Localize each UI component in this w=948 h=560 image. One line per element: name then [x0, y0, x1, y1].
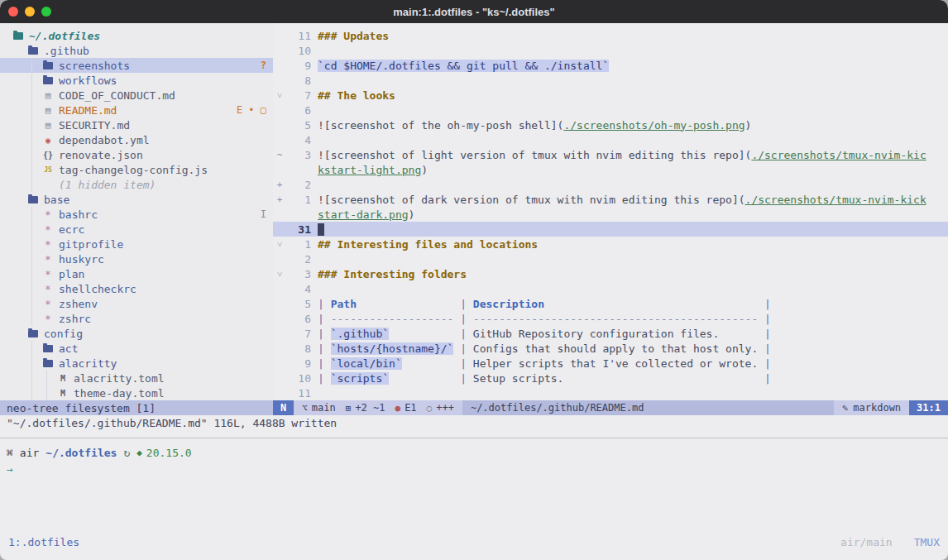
tree-item-config[interactable]: config [0, 326, 273, 341]
doc-file-icon: ▤ [41, 105, 55, 116]
editor-line[interactable]: +2 [273, 177, 948, 192]
tree-item-alacritty[interactable]: alacritty [0, 356, 273, 371]
tree-item-label: ecrc [59, 223, 84, 236]
editor-line[interactable]: 9`cd $HOME/.dotfiles && git pull && ./in… [273, 58, 948, 73]
line-number: 7 [286, 89, 311, 102]
text-segment-txt: Setup scripts. [473, 372, 764, 385]
editor-line[interactable]: 9| `local/bin` | Helper scripts that I'v… [273, 356, 948, 371]
text-segment-pipe: | [318, 342, 331, 355]
line-text: ## The looks [318, 89, 395, 102]
editor-line[interactable]: 2 [273, 251, 948, 266]
text-segment-txt: GitHub Repository configuration files. [473, 328, 764, 340]
line-text: `cd $HOME/.dotfiles && git pull && ./ins… [318, 60, 609, 72]
editor-line[interactable]: 4 [273, 281, 948, 296]
text-segment-code: `.github` [331, 328, 389, 340]
editor-line[interactable]: kstart-light.png) [273, 162, 948, 177]
shell-pane[interactable]: ⌘ air ~/.dotfiles ↻ ◆ 20.15.0 → [0, 438, 948, 534]
editor-line[interactable]: 6 [273, 103, 948, 117]
zoom-window-button[interactable] [41, 7, 51, 17]
dotted-circle-icon: ◌ [427, 403, 433, 414]
fold-marker[interactable]: ˅ [273, 269, 286, 280]
line-text: | `.github` | GitHub Repository configur… [318, 328, 771, 340]
tree-item-screenshots[interactable]: screenshots? [0, 58, 273, 73]
terminal-window: main:1:.dotfiles - "ks~/.dotfiles" ~/.do… [0, 0, 948, 560]
editor-line[interactable]: ˅3### Interesting folders [273, 266, 948, 281]
line-number: 9 [286, 60, 311, 72]
tree-item-base[interactable]: base [0, 192, 273, 207]
line-text: | `local/bin` | Helper scripts that I've… [318, 357, 771, 370]
editor-line[interactable]: 7| `.github` | GitHub Repository configu… [273, 326, 948, 341]
minimize-window-button[interactable] [25, 7, 35, 17]
tree-item-label: dependabot.yml [59, 134, 150, 146]
indent-guide [26, 177, 41, 192]
node-version-text: 20.15.0 [146, 447, 192, 459]
close-window-button[interactable] [8, 7, 18, 17]
git-status-icon: ↻ [123, 447, 130, 459]
tree-item-shellcheckrc[interactable]: *shellcheckrc [0, 281, 273, 296]
tree-item-plan[interactable]: *plan [0, 266, 273, 281]
tree-item-readme-md[interactable]: ▤README.mdE • ▢ [0, 103, 273, 117]
tree-item-ecrc[interactable]: *ecrc [0, 222, 273, 237]
tree-item-code-of-conduct-md[interactable]: ▤CODE_OF_CONDUCT.md [0, 88, 273, 103]
editor-line[interactable]: 10| `scripts` | Setup scripts. | [273, 371, 948, 385]
tree-item-dependabot-yml[interactable]: ◉dependabot.yml [0, 132, 273, 147]
editor-line[interactable]: 11### Updates [273, 28, 948, 43]
indent-guide [26, 103, 41, 117]
editor-line[interactable]: 5![screenshot of the oh-my-posh shell](.… [273, 117, 948, 132]
tree-item-gitprofile[interactable]: *gitprofile [0, 237, 273, 251]
fold-marker[interactable]: + [273, 194, 286, 205]
indent [12, 147, 26, 162]
editor-line[interactable]: 4 [273, 132, 948, 147]
editor-line[interactable]: 5| Path | Description | [273, 296, 948, 311]
indent-guide [26, 162, 41, 177]
tree-item-security-md[interactable]: ▤SECURITY.md [0, 117, 273, 132]
tree-item-zshenv[interactable]: *zshenv [0, 296, 273, 311]
editor-line[interactable]: start-dark.png) [273, 207, 948, 222]
tree-item-label: theme-day.toml [74, 387, 165, 400]
indent [12, 177, 26, 192]
editor-line[interactable]: 10 [273, 43, 948, 58]
fold-marker[interactable]: ~ [273, 150, 286, 160]
tree-item-alacritty-toml[interactable]: Malacritty.toml [0, 371, 273, 385]
editor-line[interactable]: ~3![screenshot of light version of tmux … [273, 147, 948, 162]
git-diff-counts: +2 ~1 [355, 402, 385, 414]
shell-input-line[interactable]: → [7, 462, 941, 476]
tree-item-github[interactable]: .github [0, 43, 273, 58]
fold-marker[interactable]: ˅ [273, 239, 286, 250]
editor-line[interactable]: ˅7## The looks [273, 88, 948, 103]
tree-item-dotfiles[interactable]: ~/.dotfiles [0, 28, 273, 43]
nvim-cmdline[interactable]: "~/.dotfiles/.github/README.md" 116L, 44… [0, 415, 948, 430]
text-segment-pipe: | [318, 313, 331, 325]
line-number: 6 [286, 313, 311, 325]
text-segment-th: Path [331, 298, 357, 310]
tree-item-act[interactable]: act [0, 341, 273, 356]
m-file-icon: M [56, 389, 69, 398]
editor-buffer[interactable]: 11### Updates109`cd $HOME/.dotfiles && g… [273, 23, 948, 400]
tree-item-label: README.md [59, 104, 117, 117]
tmux-window-item[interactable]: 1:.dotfiles [8, 536, 79, 548]
line-text: ![screenshot of the oh-my-posh shell](./… [318, 119, 751, 132]
tree-item-tag-changelog-config-js[interactable]: JStag-changelog-config.js [0, 162, 273, 177]
fold-marker[interactable]: ˅ [273, 90, 286, 101]
neotree-statusline: neo-tree filesystem [1] [0, 400, 273, 415]
editor-line[interactable]: ˅1## Interesting files and locations [273, 237, 948, 251]
fold-marker[interactable]: + [273, 179, 286, 190]
tree-item-zshrc[interactable]: *zshrc [0, 311, 273, 326]
titlebar[interactable]: main:1:.dotfiles - "ks~/.dotfiles" [0, 0, 948, 23]
editor-line[interactable]: 6| ------------------- | ---------------… [273, 311, 948, 326]
editor-line[interactable]: 8| `hosts/{hostname}/` | Configs that sh… [273, 341, 948, 356]
tree-item-theme-day-toml[interactable]: Mtheme-day.toml [0, 385, 273, 400]
tree-item-1-hidden-item[interactable]: (1 hidden item) [0, 177, 273, 192]
tree-item-workflows[interactable]: workflows [0, 73, 273, 88]
indent-guide [26, 281, 41, 296]
tree-item-renovate-json[interactable]: {}renovate.json [0, 147, 273, 162]
editor-line[interactable]: 11 [273, 385, 948, 400]
editor-line[interactable]: +1![screenshot of dark version of tmux w… [273, 192, 948, 207]
line-number: 1 [286, 238, 311, 251]
editor-line[interactable]: 8 [273, 73, 948, 88]
tmux-pane-divider[interactable] [0, 430, 948, 438]
line-text: | `hosts/{hostname}/` | Configs that sho… [318, 342, 771, 355]
editor-cursor-line[interactable]: 31 [273, 222, 948, 237]
tree-item-huskyrc[interactable]: *huskyrc [0, 251, 273, 266]
tree-item-bashrc[interactable]: *bashrcI [0, 207, 273, 222]
